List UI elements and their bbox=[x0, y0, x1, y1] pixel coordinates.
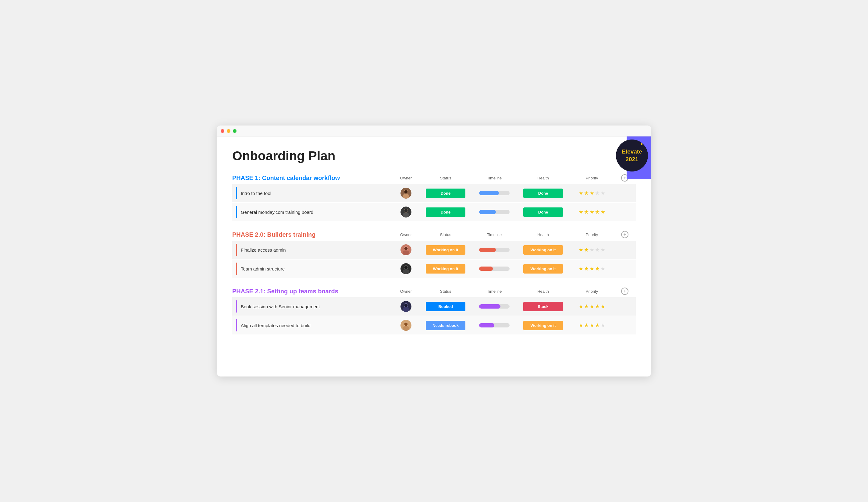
status-cell[interactable]: Working on it bbox=[421, 264, 470, 273]
phase-section-1: PHASE 2.0: Builders training Owner Statu… bbox=[232, 231, 636, 278]
col-priority: Priority bbox=[568, 289, 616, 294]
add-task-button[interactable]: + bbox=[621, 231, 629, 238]
status-badge[interactable]: Done bbox=[426, 189, 465, 198]
main-window: Elevate 2021 Onboarding Plan PHASE 1: Co… bbox=[217, 125, 651, 377]
task-name: Align all templates needed to build bbox=[241, 323, 311, 328]
col-status: Status bbox=[421, 289, 470, 294]
task-border bbox=[236, 263, 237, 275]
status-cell[interactable]: Done bbox=[421, 189, 470, 198]
page-title: Onboarding Plan bbox=[232, 149, 636, 163]
star: ★ bbox=[584, 190, 589, 197]
svg-point-19 bbox=[404, 304, 408, 307]
task-border bbox=[236, 300, 237, 313]
svg-point-14 bbox=[403, 269, 409, 274]
star: ★ bbox=[600, 303, 605, 310]
col-owner: Owner bbox=[391, 232, 421, 237]
svg-point-2 bbox=[403, 194, 409, 199]
status-cell[interactable]: Working on it bbox=[421, 245, 470, 255]
health-badge[interactable]: Working on it bbox=[523, 321, 563, 330]
status-cell[interactable]: Booked bbox=[421, 302, 470, 311]
phase-title: PHASE 2.0: Builders training bbox=[232, 231, 391, 238]
timeline-fill bbox=[479, 304, 500, 308]
avatar bbox=[401, 263, 412, 274]
avatar-cell bbox=[391, 244, 421, 255]
elevate-badge-wrapper: Elevate 2021 bbox=[608, 136, 651, 179]
health-cell[interactable]: Working on it bbox=[519, 321, 568, 330]
phase-title: PHASE 2.1: Setting up teams boards bbox=[232, 288, 391, 295]
avatar-cell bbox=[391, 320, 421, 331]
star: ★ bbox=[600, 247, 605, 253]
health-cell[interactable]: Working on it bbox=[519, 245, 568, 255]
timeline-cell bbox=[470, 248, 519, 252]
phase-section-0: PHASE 1: Content calendar workflow Owner… bbox=[232, 174, 636, 221]
table-row[interactable]: Book session with Senior management Book… bbox=[232, 297, 636, 316]
svg-point-3 bbox=[404, 190, 408, 194]
status-badge[interactable]: Done bbox=[426, 207, 465, 217]
avatar-cell bbox=[391, 301, 421, 312]
star: ★ bbox=[595, 190, 600, 197]
star: ★ bbox=[578, 303, 583, 310]
task-name: General monday.com training board bbox=[241, 210, 313, 215]
task-name-cell: Align all templates needed to build bbox=[232, 316, 391, 334]
col-status: Status bbox=[421, 176, 470, 180]
star: ★ bbox=[578, 247, 583, 253]
svg-point-11 bbox=[404, 247, 408, 250]
maximize-button[interactable] bbox=[233, 129, 237, 133]
status-cell[interactable]: Needs rebook bbox=[421, 321, 470, 330]
task-name: Finalize access admin bbox=[241, 247, 286, 252]
phase-header-0: PHASE 1: Content calendar workflow Owner… bbox=[232, 174, 636, 181]
main-content: Elevate 2021 Onboarding Plan PHASE 1: Co… bbox=[217, 136, 651, 356]
timeline-cell bbox=[470, 304, 519, 308]
phase-section-2: PHASE 2.1: Setting up teams boards Owner… bbox=[232, 287, 636, 334]
status-badge[interactable]: Needs rebook bbox=[426, 321, 465, 330]
table-row[interactable]: Intro to the tool Done Done ★★★★★ bbox=[232, 184, 636, 202]
avatar bbox=[401, 207, 412, 218]
col-owner: Owner bbox=[391, 176, 421, 180]
star: ★ bbox=[595, 265, 600, 272]
task-border bbox=[236, 319, 237, 332]
timeline-cell bbox=[470, 323, 519, 327]
status-badge[interactable]: Working on it bbox=[426, 264, 465, 273]
priority-cell: ★★★★★ bbox=[568, 303, 616, 310]
add-task-button[interactable]: + bbox=[621, 287, 629, 295]
table-row[interactable]: Team admin structure Working on it Worki… bbox=[232, 260, 636, 278]
status-cell[interactable]: Done bbox=[421, 207, 470, 217]
title-bar bbox=[217, 125, 651, 136]
health-badge[interactable]: Done bbox=[523, 207, 563, 217]
phase-title: PHASE 1: Content calendar workflow bbox=[232, 175, 391, 181]
star: ★ bbox=[578, 322, 583, 329]
task-name-cell: General monday.com training board bbox=[232, 203, 391, 221]
health-cell[interactable]: Done bbox=[519, 207, 568, 217]
timeline-fill bbox=[479, 323, 494, 327]
priority-stars: ★★★★★ bbox=[578, 247, 605, 253]
health-cell[interactable]: Done bbox=[519, 189, 568, 198]
star: ★ bbox=[589, 190, 594, 197]
timeline-fill bbox=[479, 266, 493, 271]
task-name-cell: Book session with Senior management bbox=[232, 297, 391, 316]
health-cell[interactable]: Working on it bbox=[519, 264, 568, 273]
health-badge[interactable]: Stuck bbox=[523, 302, 563, 311]
priority-cell: ★★★★★ bbox=[568, 209, 616, 215]
star: ★ bbox=[578, 190, 583, 197]
avatar-cell bbox=[391, 263, 421, 274]
badge-line1: Elevate bbox=[622, 148, 642, 156]
table-row[interactable]: General monday.com training board Done D… bbox=[232, 203, 636, 221]
col-timeline: Timeline bbox=[470, 289, 519, 294]
status-badge[interactable]: Booked bbox=[426, 302, 465, 311]
table-row[interactable]: Finalize access admin Working on it Work… bbox=[232, 241, 636, 259]
health-cell[interactable]: Stuck bbox=[519, 302, 568, 311]
col-owner: Owner bbox=[391, 289, 421, 294]
star: ★ bbox=[578, 265, 583, 272]
col-status: Status bbox=[421, 232, 470, 237]
avatar bbox=[401, 301, 412, 312]
minimize-button[interactable] bbox=[227, 129, 230, 133]
col-timeline: Timeline bbox=[470, 232, 519, 237]
health-badge[interactable]: Working on it bbox=[523, 264, 563, 273]
avatar-cell bbox=[391, 188, 421, 199]
status-badge[interactable]: Working on it bbox=[426, 245, 465, 255]
close-button[interactable] bbox=[221, 129, 224, 133]
table-row[interactable]: Align all templates needed to build Need… bbox=[232, 316, 636, 334]
timeline-fill bbox=[479, 191, 499, 195]
health-badge[interactable]: Working on it bbox=[523, 245, 563, 255]
health-badge[interactable]: Done bbox=[523, 189, 563, 198]
